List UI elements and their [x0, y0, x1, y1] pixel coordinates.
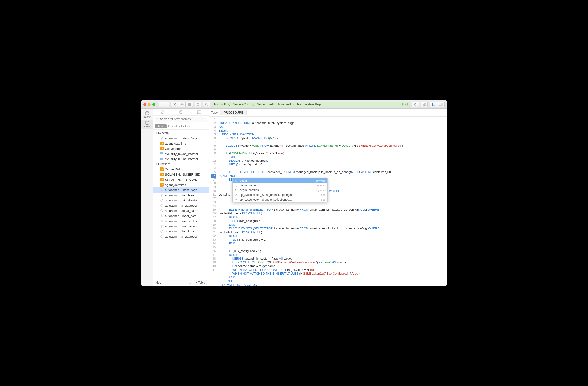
grid-button[interactable]: [421, 101, 428, 107]
rail-master[interactable]: master: [141, 110, 153, 120]
tree-header-recently[interactable]: Recently: [153, 131, 209, 136]
keyword-icon: [234, 184, 238, 187]
autocomplete-popup: beginkeywordbegin_framekeywordbegin_part…: [232, 178, 328, 202]
autocomplete-item[interactable]: sp_syscollector_event_oncollectionbe…dbo: [232, 197, 327, 202]
panel-left-button[interactable]: [430, 101, 437, 107]
tree-item-label: autoadmin…r_database: [165, 235, 198, 238]
tree-item-label: ConvertToInt: [165, 168, 182, 171]
panel-right-button[interactable]: [437, 101, 445, 107]
gear-icon: [234, 198, 238, 201]
tree-item[interactable]: autoadmin…lobal_data: [153, 213, 209, 218]
tree-item-label: autoadmin…ma_version: [165, 225, 198, 228]
tree-item[interactable]: ()SQLAGEN…ER_SNAME: [153, 177, 209, 182]
tree-item[interactable]: sysutility_u…ns_internal: [153, 156, 209, 161]
menu-button[interactable]: [186, 101, 193, 107]
tree-header-functions[interactable]: Functions: [153, 161, 209, 167]
autocomplete-item[interactable]: begin_framekeyword: [232, 183, 327, 188]
tree-item[interactable]: ()SQLAGEN…SUSER_SID: [153, 172, 209, 177]
minimize-window-button[interactable]: [148, 103, 151, 106]
autocomplete-item[interactable]: beginkeyword: [232, 178, 327, 183]
schema-value: dbo: [156, 281, 161, 284]
rail-msdb[interactable]: msdb: [141, 120, 153, 129]
db-rail: master msdb: [141, 109, 153, 286]
sidebar-tabs: Items Favorites History: [153, 123, 209, 130]
close-tab-button[interactable]: [171, 101, 178, 107]
eye-button[interactable]: [178, 101, 186, 107]
titlebar: ‹ › Microsoft SQL Server 2017 : SQL Serv…: [141, 100, 447, 109]
tree-item[interactable]: autoadmin…lobal_data: [153, 208, 209, 213]
autocomplete-item[interactable]: sp_syscollector_event_onpackagebegindbo: [232, 193, 327, 197]
function-icon: (): [160, 173, 164, 176]
close-window-button[interactable]: [143, 103, 146, 106]
reload-button[interactable]: [412, 101, 419, 107]
tree-item[interactable]: ()ConvertToInt: [153, 146, 209, 151]
function-icon: (): [160, 167, 164, 171]
tree-item[interactable]: autoadmin…ta_cleanup: [153, 193, 209, 198]
autocomplete-item[interactable]: begin_partitionkeyword: [232, 188, 327, 193]
gear-icon: [160, 193, 164, 197]
svg-point-27: [161, 220, 162, 221]
lock-button[interactable]: [195, 101, 201, 107]
tree-item[interactable]: autoadmin…ata_delete: [153, 198, 209, 203]
plug-icon[interactable]: [160, 110, 165, 115]
autocomplete-meta: keyword: [315, 179, 326, 183]
svg-point-18: [161, 138, 162, 139]
tree-item[interactable]: ()agent_datetime: [153, 182, 209, 187]
function-icon: (): [160, 147, 164, 151]
svg-point-29: [161, 231, 162, 232]
search-input[interactable]: [155, 116, 207, 122]
breadcrumb-text: Microsoft SQL Server 2017 : SQL Server :…: [214, 103, 321, 106]
gear-icon: [234, 193, 238, 196]
svg-rect-6: [424, 105, 425, 106]
nav-back-button[interactable]: ‹: [159, 101, 164, 107]
tree-item[interactable]: autoadmin…r_database: [153, 234, 209, 239]
panel-toggle-group: [430, 101, 445, 107]
code-editor[interactable]: 1234567891011121314151617181920212223242…: [209, 116, 447, 286]
svg-text:SQL: SQL: [198, 111, 201, 113]
svg-point-11: [146, 112, 149, 113]
visibility-group: [171, 101, 193, 107]
svg-point-21: [161, 190, 162, 191]
gear-icon: [160, 198, 164, 202]
nav-forward-button[interactable]: ›: [164, 101, 169, 107]
tree-item-label: agent_datetime: [165, 142, 186, 145]
function-icon: (): [160, 141, 164, 145]
maximize-window-button[interactable]: [152, 103, 155, 106]
tree-item-label: SQLAGEN…ER_SNAME: [165, 178, 200, 181]
type-value: PROCEDURE: [220, 110, 247, 115]
svg-point-23: [161, 200, 162, 201]
svg-rect-10: [441, 103, 442, 106]
tree-item-label: autoadmin…lobal_data: [165, 230, 197, 233]
tree-item[interactable]: autoadmin…query_dbs: [153, 218, 209, 224]
tree-item-label: autoadmin…stem_flags: [165, 188, 197, 192]
tree-item[interactable]: autoadmin…stem_flags: [153, 136, 209, 141]
sql-icon[interactable]: SQL: [197, 110, 202, 115]
add-table-button[interactable]: + Table: [194, 280, 207, 285]
tree-item-label: autoadmin…lobal_data: [165, 214, 197, 218]
rail-label: msdb: [144, 125, 150, 128]
body: master msdb SQL: [141, 109, 447, 286]
tree-item[interactable]: autoadmin…ma_version: [153, 224, 209, 229]
tab-items[interactable]: Items: [155, 124, 167, 128]
tree-item[interactable]: autoadmin…r_database: [153, 203, 209, 208]
gear-icon: [160, 136, 164, 140]
svg-rect-1: [197, 104, 199, 106]
tree-item[interactable]: sysutility_u…ns_internal: [153, 151, 209, 156]
tab-history[interactable]: History: [181, 125, 190, 128]
tree-item[interactable]: autoadmin…stem_flags: [153, 187, 209, 193]
function-icon: (): [160, 178, 164, 181]
schema-select[interactable]: dbo ▴▾: [155, 280, 192, 285]
tree-item[interactable]: autoadmin…lobal_data: [153, 229, 209, 234]
window-controls: [143, 103, 155, 106]
gear-icon: [160, 214, 164, 218]
function-icon: (): [160, 183, 164, 187]
tree-item[interactable]: ()ConvertToInt: [153, 167, 209, 172]
search-button[interactable]: [203, 101, 210, 107]
svg-point-0: [182, 104, 182, 105]
sidebar-search: [153, 116, 209, 123]
breadcrumb-bar[interactable]: Microsoft SQL Server 2017 : SQL Server :…: [212, 101, 410, 107]
gear-icon: [160, 230, 164, 233]
tab-favorites[interactable]: Favorites: [168, 125, 180, 128]
tree-item[interactable]: ()agent_datetime: [153, 141, 209, 146]
database-icon[interactable]: [178, 110, 183, 115]
